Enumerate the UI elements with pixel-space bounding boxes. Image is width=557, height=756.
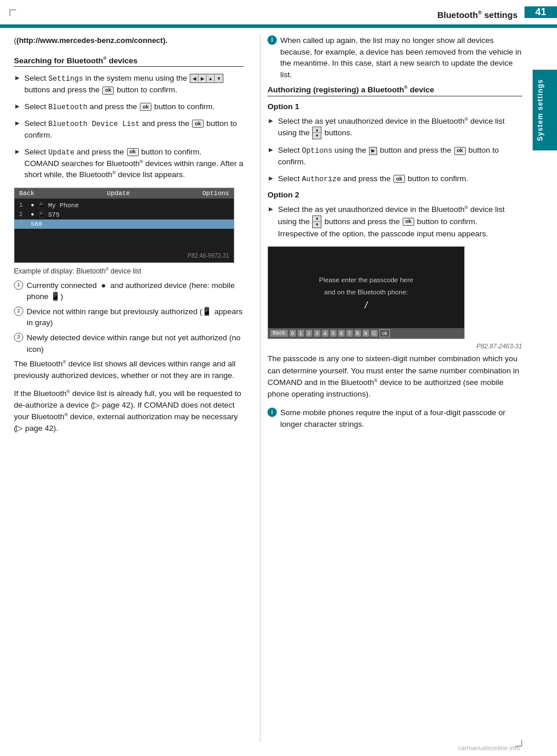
ok-btn: ok	[102, 87, 114, 95]
screen-list: 1 ● 📱 My Phone 2 ● 📱 S75 3 S68	[15, 199, 234, 231]
bullet-text: Select Bluetooth and press the ok button…	[24, 101, 244, 113]
foot-6: 6	[338, 330, 345, 337]
info-item2: i Some mobile phones require the input o…	[267, 407, 522, 430]
up-btn: ▲	[313, 216, 321, 222]
bullet-arrow-icon: ►	[14, 73, 21, 83]
screenshot2-inner: Please enter the passcode here and on th…	[268, 247, 464, 339]
foot-0: 0	[290, 330, 296, 337]
header-teal-bar	[0, 24, 557, 28]
left-btn: ◀	[190, 74, 198, 82]
screenshot1-caption: Example of display: Bluetooth® device li…	[14, 267, 244, 275]
bullet-item: ► Select Update and press the ok button …	[14, 146, 244, 181]
ok-btn: ok	[140, 103, 151, 111]
list-item: 2 ● 📱 S75	[15, 210, 234, 219]
ok-btn: ok	[127, 148, 139, 156]
foot-9: 9	[363, 330, 369, 337]
mono-btdevlist: Bluetooth Device List	[48, 120, 140, 128]
item-num: 1	[19, 202, 27, 208]
corner-mark-tl	[9, 9, 16, 16]
right-body-para: The passcode is any one to sixteen-digit…	[267, 353, 522, 400]
right-btn: ▶	[369, 147, 377, 155]
screenshot2: Please enter the passcode here and on th…	[267, 246, 465, 339]
item-icon2: 📱	[38, 211, 45, 218]
bullet-item: ► Select Authorize and press the ok butt…	[267, 173, 522, 185]
body-para-1: The Bluetooth® device list shows all dev…	[14, 358, 244, 382]
url-value: (http://www.mercedes-benz.com/connect).	[16, 36, 167, 45]
left-column: ((http://www.mercedes-benz.com/connect).…	[14, 35, 258, 742]
foot-clear: C	[371, 330, 378, 337]
num-circle-2: 2	[14, 307, 23, 316]
bullet-text: Select Authorize and press the ok button…	[278, 173, 522, 185]
bullet-arrow-icon: ►	[14, 118, 21, 128]
legend-item1: 1 Currently connected ● and authorized d…	[14, 280, 244, 303]
legend-text-3: Newly detected device within range but n…	[27, 332, 244, 355]
foot-2: 2	[306, 330, 312, 337]
foot-1: 1	[298, 330, 304, 337]
item-num: 3	[19, 221, 27, 227]
mono-update: Update	[48, 149, 74, 157]
foot-4: 4	[322, 330, 328, 337]
bullet-arrow-icon: ►	[267, 204, 274, 214]
bullet-arrow-icon: ►	[267, 174, 274, 183]
ok-btn: ok	[403, 218, 414, 226]
right-btn: ▶	[198, 74, 207, 82]
legend-item2: 2 Device not within range but previously…	[14, 306, 244, 329]
column-divider	[260, 35, 261, 742]
info-text2: Some mobile phones require the input of …	[280, 407, 522, 430]
num-circle-1: 1	[14, 280, 23, 290]
item-icon2: 📱	[38, 202, 45, 209]
bullet-text: Select Update and press the ok button to…	[24, 146, 244, 181]
foot-8: 8	[355, 330, 361, 337]
bullet-text: Select Settings in the system menu using…	[24, 73, 244, 96]
screen2-cursor: /	[365, 300, 367, 311]
section2-heading: Authorizing (registering) a Bluetooth® d…	[267, 85, 522, 96]
bullet-item: ► Select Bluetooth Device List and press…	[14, 118, 244, 141]
screen2-line2: and on the Bluetooth phone:	[324, 287, 408, 297]
ok-btn: ok	[454, 147, 466, 155]
item-name: My Phone	[48, 202, 79, 209]
mono-settings: Settings	[48, 75, 83, 83]
info-icon2: i	[267, 408, 277, 417]
nav-buttons: ◀ ▶ ▲ ▼	[190, 74, 223, 83]
content-area: ((http://www.mercedes-benz.com/connect).…	[14, 35, 522, 742]
updown-btns: ▲ ▼	[312, 127, 321, 139]
bullet-text: Select the as yet unauthorized device in…	[278, 116, 522, 140]
ok-btn: ok	[192, 120, 204, 128]
down-btn: ▼	[313, 133, 321, 139]
bullet-item: ► Select Settings in the system menu usi…	[14, 73, 244, 96]
bullet-item: ► Select the as yet unauthorized device …	[267, 204, 522, 239]
info-item1: i When called up again, the list may no …	[267, 35, 522, 80]
bullet-text: Select Options using the ▶ button and pr…	[278, 145, 522, 168]
right-column: i When called up again, the list may no …	[263, 35, 522, 742]
mono-authorize: Authorize	[302, 175, 341, 183]
updown-btns: ▲ ▼	[312, 215, 321, 228]
mono-bluetooth: Bluetooth	[48, 103, 88, 111]
screen-header: Back Update Options	[15, 188, 234, 199]
up-btn: ▲	[207, 74, 215, 82]
image-ref2: P82.87-2463-31	[267, 343, 522, 350]
image-ref1: P82.46-9972-31	[183, 251, 234, 260]
item-name: S68	[31, 221, 42, 228]
body-para-2: If the Bluetooth® device list is already…	[14, 388, 244, 435]
item-num: 2	[19, 211, 27, 218]
bullet-arrow-icon: ►	[14, 102, 21, 111]
page-title: Bluetooth® settings	[437, 5, 525, 20]
up-btn: ▲	[313, 127, 321, 133]
ok-btn: ok	[393, 175, 405, 183]
list-item: 1 ● 📱 My Phone	[15, 201, 234, 210]
item-icon: ●	[31, 211, 34, 218]
sidebar-label: System settings	[533, 70, 557, 150]
bullet-arrow-icon: ►	[267, 145, 274, 155]
watermark: carmanualsonline.info	[458, 744, 520, 751]
bullet-item: ► Select Bluetooth and press the ok butt…	[14, 101, 244, 113]
bullet-item: ► Select Options using the ▶ button and …	[267, 145, 522, 168]
page-number: 41	[525, 6, 557, 18]
bullet-item: ► Select the as yet unauthorized device …	[267, 116, 522, 140]
screenshot1: Back Update Options 1 ● 📱 My Phone 2 ● 📱	[14, 188, 234, 263]
url-text: ((http://www.mercedes-benz.com/connect).	[14, 35, 244, 46]
foot-ok: ok	[379, 329, 390, 337]
down-btn: ▼	[215, 74, 223, 82]
legend-item3: 3 Newly detected device within range but…	[14, 332, 244, 355]
info-icon: i	[267, 35, 277, 45]
screen-back: Back	[19, 190, 34, 197]
